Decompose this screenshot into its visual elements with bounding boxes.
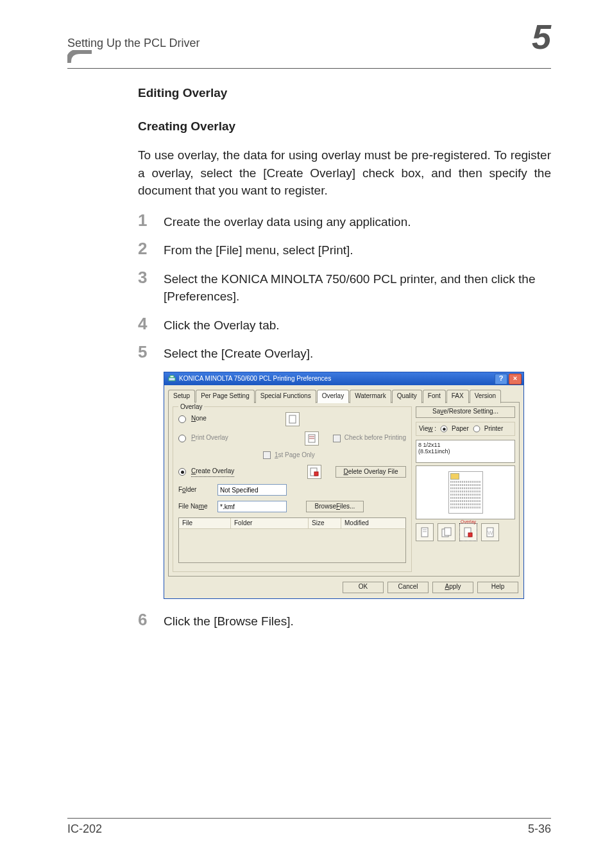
check-before-printing-label: Check before Printing [344, 433, 406, 443]
svg-rect-12 [445, 528, 451, 535]
ok-button[interactable]: OK [343, 582, 384, 593]
tab-font[interactable]: Font [423, 390, 446, 403]
filename-field[interactable] [217, 501, 287, 512]
radio-none-label: None [191, 414, 207, 424]
col-folder[interactable]: Folder [231, 518, 309, 528]
footer-left: IC-202 [67, 822, 102, 836]
close-icon[interactable]: × [509, 374, 522, 385]
dialog-title: KONICA MINOLTA 750/600 PCL Printing Pref… [179, 374, 331, 384]
svg-rect-0 [169, 378, 175, 381]
dialog-titlebar[interactable]: KONICA MINOLTA 750/600 PCL Printing Pref… [164, 372, 523, 385]
toolbar-multipage-icon[interactable] [438, 523, 455, 541]
page-preview [416, 465, 515, 519]
toolbar-page-icon[interactable] [416, 523, 434, 541]
folder-label: Folder [178, 485, 214, 495]
section-title: Setting Up the PCL Driver [67, 37, 200, 50]
tab-fax[interactable]: FAX [446, 390, 469, 403]
tab-watermark[interactable]: Watermark [350, 390, 391, 403]
step-number: 3 [138, 268, 164, 287]
radio-view-paper[interactable] [441, 425, 448, 432]
none-icon[interactable] [285, 412, 300, 426]
svg-rect-1 [170, 376, 174, 378]
tab-overlay[interactable]: Overlay [317, 390, 349, 403]
save-restore-setting-button[interactable]: Save/Restore Setting... [416, 406, 515, 418]
browse-files-button[interactable]: Browse Files... [306, 501, 364, 512]
step-text: Select the [Create Overlay]. [164, 343, 551, 363]
preferences-dialog: KONICA MINOLTA 750/600 PCL Printing Pref… [164, 372, 524, 599]
step-number: 5 [138, 343, 164, 361]
header-rule [67, 68, 551, 69]
footer-right: 5-36 [528, 822, 551, 836]
step-text: Create the overlay data using any applic… [164, 211, 551, 231]
svg-rect-7 [314, 472, 318, 476]
step-number: 6 [138, 611, 164, 629]
step-text: From the [File] menu, select [Print]. [164, 239, 551, 259]
apply-button[interactable]: Apply [432, 582, 473, 593]
folder-field[interactable] [217, 484, 287, 496]
svg-text:W: W [488, 530, 493, 536]
svg-rect-8 [421, 528, 428, 537]
heading-editing-overlay: Editing Overlay [138, 84, 551, 102]
create-overlay-icon[interactable] [307, 465, 321, 479]
tab-special-functions[interactable]: Special Functions [255, 390, 316, 403]
corner-ornament-icon [67, 50, 92, 63]
view-label: View : [419, 424, 436, 434]
radio-print-overlay-label: Print Overlay [191, 433, 228, 443]
radio-view-paper-label: Paper [452, 424, 469, 434]
radio-create-overlay-label: Create Overlay [191, 467, 234, 477]
delete-overlay-file-button[interactable]: Delete Overlay File [336, 466, 406, 478]
check-before-printing-checkbox[interactable] [333, 435, 341, 442]
radio-view-printer[interactable] [473, 425, 480, 432]
first-page-only-label: 11st Page Onlyst Page Only [275, 451, 315, 460]
toolbar-overlay-icon[interactable]: Overlay [459, 523, 477, 541]
tab-per-page-setting[interactable]: Per Page Setting [196, 390, 255, 403]
toolbar-overlay-tag: Overlay [461, 519, 476, 525]
radio-create-overlay[interactable] [178, 468, 186, 476]
step-number: 1 [138, 211, 164, 230]
tab-version[interactable]: Version [470, 390, 501, 403]
svg-rect-14 [468, 533, 472, 537]
step-number: 4 [138, 315, 164, 333]
group-label: Overlay [178, 403, 204, 412]
heading-creating-overlay: Creating Overlay [138, 117, 551, 135]
radio-print-overlay[interactable] [178, 435, 186, 442]
preview-document-icon [448, 471, 483, 514]
help-button[interactable]: Help [477, 582, 518, 593]
overlay-group: Overlay None Print Overl [173, 406, 412, 572]
cancel-button[interactable]: Cancel [387, 582, 429, 593]
toolbar-watermark-icon[interactable]: W [481, 523, 499, 541]
radio-none[interactable] [178, 415, 186, 423]
print-overlay-icon[interactable] [305, 431, 319, 446]
view-selector: View : Paper Printer [416, 422, 515, 437]
col-file[interactable]: File [179, 518, 231, 528]
col-size[interactable]: Size [309, 518, 341, 528]
step-text: Click the Overlay tab. [164, 315, 551, 334]
tab-setup[interactable]: Setup [168, 390, 195, 403]
chapter-number: 5 [532, 19, 551, 54]
paper-size-display: 8 1/2x11 (8.5x11inch) [416, 440, 515, 463]
filename-label: File Name [178, 502, 214, 512]
step-text: Select the KONICA MINOLTA 750/600 PCL pr… [164, 268, 551, 306]
tab-quality[interactable]: Quality [392, 390, 422, 403]
step-number: 2 [138, 239, 164, 258]
intro-paragraph: To use overlay, the data for using overl… [138, 146, 551, 200]
printer-icon [168, 375, 176, 383]
col-modified[interactable]: Modified [341, 518, 405, 528]
preview-toolbar: Overlay W [416, 523, 515, 541]
file-list-body[interactable] [178, 529, 406, 563]
tab-strip: Setup Per Page Setting Special Functions… [168, 389, 520, 403]
svg-rect-2 [289, 415, 296, 423]
file-list-header: File Folder Size Modified [178, 517, 406, 529]
help-icon[interactable]: ? [495, 374, 507, 385]
radio-view-printer-label: Printer [484, 424, 503, 434]
step-text: Click the [Browse Files]. [164, 611, 551, 630]
first-page-only-checkbox[interactable] [263, 451, 271, 459]
